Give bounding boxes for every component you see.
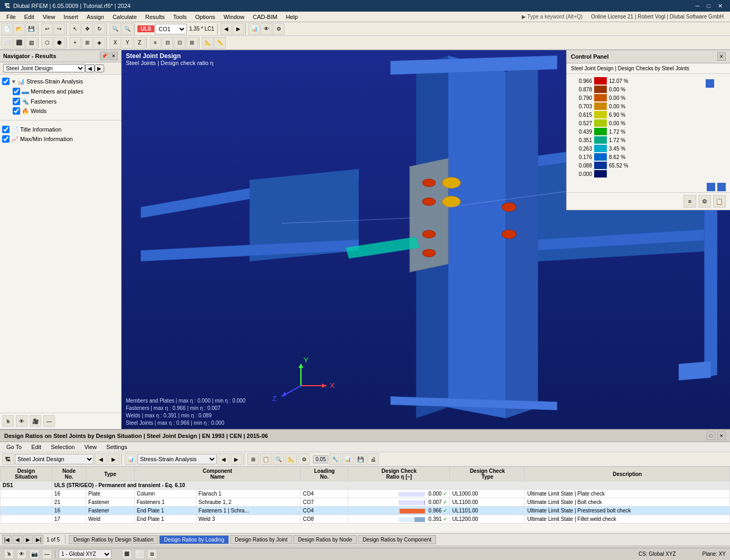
bp-tb-extra-3[interactable]: 🔍	[273, 453, 284, 465]
status-btn-3[interactable]: 📷	[30, 549, 39, 559]
cp-color-indicator[interactable]	[706, 79, 714, 88]
snap-btn-2[interactable]: ⊞	[81, 37, 93, 49]
bp-tb-extra-1[interactable]: ⊞	[247, 453, 259, 465]
title-info-checkbox[interactable]	[2, 126, 10, 133]
coord-system-combo[interactable]: 1 - Global XYZ	[59, 549, 112, 559]
bp-tb-steel-joint-icon[interactable]: 🏗	[2, 453, 14, 465]
disp-btn-4[interactable]: ⊞	[186, 37, 198, 49]
axis-btn-3[interactable]: Z	[134, 37, 145, 49]
tree-item-title-info[interactable]: 📄 Title Information	[0, 125, 121, 134]
cp-tb-btn-1[interactable]: ≡	[683, 195, 696, 208]
bp-tb-extra-2[interactable]: 📋	[260, 453, 272, 465]
settings-button[interactable]: ⚙	[273, 23, 284, 35]
menu-file[interactable]: File	[2, 13, 20, 21]
nav-tb-btn-3[interactable]: 🎥	[30, 415, 41, 427]
table-row-fastener-bolt[interactable]: 21 Fastener Fasteners 1 Schraube 1, 2 CO…	[1, 498, 730, 507]
view-btn-2[interactable]: ⬛	[13, 37, 25, 49]
bp-tb-design-combo[interactable]: Steel Joint Design	[15, 454, 94, 464]
tree-item-fasteners[interactable]: 🔩 Fasteners	[0, 97, 121, 106]
save-button[interactable]: 💾	[25, 23, 37, 35]
bp-tb-extra-5[interactable]: ⚙	[298, 453, 310, 465]
cp-tb-btn-3[interactable]: 📋	[713, 195, 726, 208]
extra-btn-2[interactable]: 📏	[214, 37, 226, 49]
status-btn-1[interactable]: 🖱	[4, 549, 14, 559]
menu-assign[interactable]: Assign	[82, 13, 108, 21]
menu-tools[interactable]: Tools	[169, 13, 191, 21]
stress-strain-expand[interactable]: ▼	[11, 79, 17, 85]
fasteners-checkbox[interactable]	[13, 98, 20, 105]
bp-close-button[interactable]: ✕	[717, 432, 726, 440]
open-button[interactable]: 📂	[13, 23, 25, 35]
next-lc-button[interactable]: ▶	[233, 23, 244, 35]
new-button[interactable]: 📄	[1, 23, 13, 35]
extra-btn-1[interactable]: 📐	[202, 37, 214, 49]
bp-tb-extra-8[interactable]: 💾	[355, 453, 366, 465]
results-button[interactable]: 📊	[248, 23, 260, 35]
menu-options[interactable]: Options	[191, 13, 219, 21]
status-icon-2[interactable]: ⬜	[135, 549, 144, 559]
menu-results[interactable]: Results	[141, 13, 169, 21]
bp-tb-extra-9[interactable]: 🖨	[367, 453, 379, 465]
table-row-weld[interactable]: 17 Weld End Plate 1 Weld 3 CO8 0.391 ✓ U…	[1, 515, 730, 524]
menu-help[interactable]: Help	[282, 13, 302, 21]
bp-menu-settings[interactable]: Settings	[102, 443, 132, 451]
bp-menu-view[interactable]: View	[80, 443, 101, 451]
bp-tb-extra-7[interactable]: 📊	[342, 453, 354, 465]
viewport-area[interactable]: Steel Joint Design Steel Joints | Design…	[122, 50, 730, 429]
tab-node[interactable]: Design Ratios by Node	[293, 535, 357, 544]
disp-btn-2[interactable]: ⊟	[162, 37, 173, 49]
render-btn-2[interactable]: ⬢	[53, 37, 65, 49]
page-prev-button[interactable]: ◀	[13, 535, 22, 544]
co-combo[interactable]: CO1	[155, 24, 187, 34]
tree-item-stress-strain[interactable]: ▼ 📊 Stress-Strain Analysis	[0, 77, 121, 86]
tab-design-situation[interactable]: Design Ratios by Design Situation	[69, 535, 158, 544]
tree-item-maxmin-info[interactable]: 📈 Max/Min Information	[0, 134, 121, 144]
disp-btn-3[interactable]: ⊡	[174, 37, 186, 49]
snap-btn-1[interactable]: +	[69, 37, 81, 49]
cp-bottom-indicator-1[interactable]	[707, 183, 715, 191]
cp-tb-btn-2[interactable]: ⚙	[698, 195, 711, 208]
bp-menu-edit[interactable]: Edit	[27, 443, 45, 451]
bp-menu-goto[interactable]: Go To	[2, 443, 26, 451]
menu-insert[interactable]: Insert	[59, 13, 82, 21]
axis-btn-2[interactable]: Y	[122, 37, 133, 49]
axis-btn-1[interactable]: X	[109, 37, 121, 49]
tab-loading[interactable]: Design Ratios by Loading	[159, 535, 229, 544]
status-btn-4[interactable]: —	[42, 549, 52, 559]
nav-pin-button[interactable]: 📌	[100, 52, 108, 60]
table-row-fastener-prestressed[interactable]: 16 Fastener End Plate 1 Fasteners 1 | Sc…	[1, 507, 730, 515]
zoom-out-button[interactable]: 🔍	[122, 23, 133, 35]
menu-view[interactable]: View	[39, 13, 60, 21]
maxmin-info-checkbox[interactable]	[2, 135, 10, 143]
tree-item-welds[interactable]: 🔥 Welds	[0, 106, 121, 116]
bp-tb-extra-6[interactable]: 🔧	[329, 453, 341, 465]
table-row-plate[interactable]: 16 Plate Column Flansch 1 CO4 0.000 ✓ UL…	[1, 490, 730, 498]
nav-close-button[interactable]: ✕	[109, 52, 118, 60]
menu-calculate[interactable]: Calculate	[108, 13, 141, 21]
page-first-button[interactable]: |◀	[2, 535, 12, 544]
menu-cad-bim[interactable]: CAD-BIM	[248, 13, 281, 21]
bp-tb-extra-4[interactable]: 📐	[285, 453, 297, 465]
close-button[interactable]: ✕	[715, 3, 726, 10]
nav-tb-btn-2[interactable]: 👁	[16, 415, 27, 427]
maximize-button[interactable]: □	[704, 3, 714, 10]
tab-component[interactable]: Design Ratios by Component	[358, 535, 436, 544]
page-next-button[interactable]: ▶	[23, 535, 33, 544]
bp-tb-dropdown-prev[interactable]: ◀	[95, 453, 107, 465]
rotate-button[interactable]: ↻	[94, 23, 105, 35]
cp-bottom-indicator-2[interactable]	[717, 183, 726, 191]
welds-checkbox[interactable]	[13, 107, 20, 115]
prev-lc-button[interactable]: ◀	[220, 23, 232, 35]
stress-strain-checkbox[interactable]	[2, 78, 10, 85]
menu-window[interactable]: Window	[219, 13, 248, 21]
status-icon-3[interactable]: ▨	[147, 549, 157, 559]
view-btn-3[interactable]: ▨	[25, 37, 37, 49]
bp-pin-button[interactable]: □	[707, 432, 715, 440]
tree-item-members-plates[interactable]: ▬ Members and plates	[0, 86, 121, 97]
nav-prev-button[interactable]: ◀	[85, 64, 95, 72]
bp-tb-analysis-prev[interactable]: ◀	[218, 453, 229, 465]
disp-btn-1[interactable]: ≡	[150, 37, 161, 49]
page-last-button[interactable]: ▶|	[34, 535, 43, 544]
members-plates-checkbox[interactable]	[13, 88, 20, 95]
undo-button[interactable]: ↩	[41, 23, 53, 35]
